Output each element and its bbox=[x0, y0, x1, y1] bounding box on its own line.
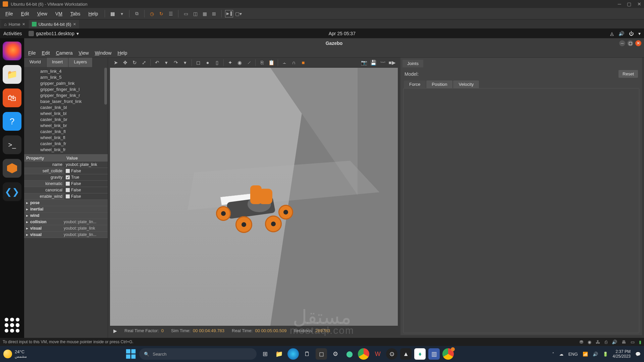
tree-item[interactable]: caster_link_br bbox=[31, 117, 108, 123]
taskbar-search[interactable]: 🔍 Search bbox=[139, 348, 257, 360]
tree-item[interactable]: caster_link_bl bbox=[31, 105, 108, 111]
app-icon[interactable]: W bbox=[372, 348, 383, 360]
reset-button[interactable]: Reset bbox=[619, 70, 638, 78]
topbar-datetime[interactable]: Apr 25 05:37 bbox=[329, 31, 356, 36]
taskbar-clock[interactable]: 2:37 PM 4/25/2023 bbox=[613, 349, 631, 359]
fullscreen-icon[interactable]: ▶▐ bbox=[225, 10, 233, 17]
dock-software[interactable]: 🛍 bbox=[3, 88, 21, 107]
tree-item[interactable]: caster_link_fl bbox=[31, 129, 108, 135]
tree-item[interactable]: wheel_link_bl bbox=[31, 111, 108, 117]
onedrive-icon[interactable]: ☁ bbox=[559, 352, 564, 357]
settings-icon[interactable]: ⚙ bbox=[330, 348, 341, 360]
network-icon[interactable]: ◬ bbox=[610, 31, 614, 36]
tab-velocity[interactable]: Velocity bbox=[453, 80, 479, 88]
screenshot-icon[interactable]: 📷 bbox=[360, 59, 368, 67]
tree-item-selected[interactable]: plate_link bbox=[31, 153, 108, 154]
menu-vm[interactable]: VM bbox=[52, 10, 66, 18]
dock-vscode[interactable]: ❮❯ bbox=[3, 182, 21, 201]
menu-help[interactable]: Help bbox=[85, 10, 101, 18]
tray-chevron-icon[interactable]: ˄ bbox=[552, 352, 554, 357]
undo-icon[interactable]: ↶ bbox=[153, 59, 161, 67]
layout-single-icon[interactable]: ▭ bbox=[182, 10, 190, 17]
paste-icon[interactable]: 📋 bbox=[267, 59, 276, 67]
snapshot-icon[interactable]: ⧉ bbox=[133, 10, 141, 17]
model-tree[interactable]: arm_link_4 arm_link_5 gripper_palm_link … bbox=[24, 67, 108, 154]
layout-split-icon[interactable]: ◫ bbox=[191, 10, 199, 17]
light-point-icon[interactable]: ✦ bbox=[226, 59, 234, 67]
menu-view[interactable]: View bbox=[34, 10, 51, 18]
usb-icon[interactable]: ⎙ bbox=[605, 340, 607, 345]
tab-vm-ubuntu[interactable]: Ubuntu 64-bit (6) × bbox=[29, 20, 79, 28]
minimize-icon[interactable]: ─ bbox=[618, 1, 621, 7]
clock-icon[interactable]: ◷ bbox=[148, 10, 156, 17]
prop-value[interactable]: False bbox=[64, 168, 108, 174]
prop-expandable[interactable]: ▸inertial bbox=[24, 206, 108, 213]
prop-expandable[interactable]: ▸collisionyoubot::plate_lin... bbox=[24, 219, 108, 225]
checkbox-icon[interactable] bbox=[66, 194, 70, 198]
sphere-shape-icon[interactable]: ● bbox=[203, 59, 212, 67]
app-icon[interactable]: ⬤ bbox=[344, 348, 355, 360]
cylinder-shape-icon[interactable]: ▯ bbox=[213, 59, 221, 67]
task-view-icon[interactable]: ⊞ bbox=[259, 348, 271, 360]
rotate-tool-icon[interactable]: ↻ bbox=[130, 59, 139, 67]
vmware-icon[interactable]: ▥ bbox=[428, 348, 440, 360]
prop-value[interactable]: ✔True bbox=[64, 174, 108, 180]
taskbar-weather[interactable]: 24°C مشمس bbox=[3, 349, 27, 359]
dock-help[interactable]: ? bbox=[3, 112, 21, 131]
app-icon[interactable]: ◻ bbox=[316, 348, 327, 360]
chrome-icon[interactable] bbox=[358, 348, 369, 360]
play-button[interactable]: ▶ bbox=[113, 328, 117, 334]
prop-expandable[interactable]: ▸visualyoubot::plate_lin... bbox=[24, 232, 108, 238]
app-icon[interactable]: ⊙ bbox=[386, 348, 397, 360]
copy-icon[interactable]: ⎘ bbox=[258, 59, 266, 67]
tree-item[interactable]: base_laser_front_link bbox=[31, 99, 108, 105]
power-icon[interactable]: ⏻ bbox=[629, 31, 634, 36]
close-icon[interactable]: ✕ bbox=[637, 1, 641, 7]
box-shape-icon[interactable]: ◻ bbox=[194, 59, 203, 67]
activities-button[interactable]: Activities bbox=[3, 31, 22, 36]
wifi-icon[interactable]: 📶 bbox=[583, 352, 588, 357]
volume-icon[interactable]: 🔊 bbox=[593, 352, 598, 357]
gz-menu-window[interactable]: Window bbox=[95, 50, 112, 56]
checkbox-icon[interactable] bbox=[66, 182, 70, 186]
dock-terminal[interactable]: >_ bbox=[3, 135, 21, 154]
topbar-app-indicator[interactable]: gazebo11.desktop ▾ bbox=[29, 31, 78, 36]
tree-scrollbar[interactable] bbox=[104, 68, 107, 105]
checkbox-icon[interactable] bbox=[66, 169, 70, 173]
tab-position[interactable]: Position bbox=[426, 80, 452, 88]
tree-item[interactable]: gripper_finger_link_r bbox=[31, 93, 108, 99]
tab-home[interactable]: ⌂ Home × bbox=[1, 20, 29, 28]
dock-files[interactable]: 📁 bbox=[3, 65, 21, 84]
chevron-down-icon[interactable]: ▾ bbox=[638, 31, 641, 36]
gz-menu-view[interactable]: View bbox=[79, 50, 89, 56]
light-directional-icon[interactable]: ⟋ bbox=[245, 59, 253, 67]
tree-item[interactable]: gripper_palm_link bbox=[31, 80, 108, 86]
redo-dropdown-icon[interactable]: ▾ bbox=[181, 59, 190, 67]
tree-item[interactable]: caster_link_fr bbox=[31, 141, 108, 147]
window-maximize-button[interactable]: ▢ bbox=[627, 40, 633, 46]
tab-layers[interactable]: Layers bbox=[68, 58, 93, 67]
vm-dropdown-icon[interactable]: ▾ bbox=[118, 10, 126, 17]
revert-icon[interactable]: ↻ bbox=[157, 10, 165, 17]
chrome-canary-icon[interactable] bbox=[442, 348, 454, 360]
battery-icon[interactable]: 🔋 bbox=[603, 352, 608, 357]
select-tool-icon[interactable]: ➤ bbox=[111, 59, 120, 67]
prop-value[interactable]: False bbox=[64, 181, 108, 187]
gazebo-3d-viewport[interactable] bbox=[110, 68, 398, 326]
align-icon[interactable]: ⫠ bbox=[280, 59, 289, 67]
prop-expandable[interactable]: ▸pose bbox=[24, 200, 108, 206]
prop-expandable[interactable]: ▸visualyoubot::plate_link bbox=[24, 225, 108, 232]
disk-icon[interactable]: ⛃ bbox=[580, 340, 583, 345]
notifications-icon[interactable]: 💬 bbox=[635, 352, 641, 357]
move-tool-icon[interactable]: ✥ bbox=[121, 59, 129, 67]
checkbox-icon[interactable] bbox=[66, 188, 70, 192]
window-minimize-button[interactable]: ─ bbox=[619, 40, 625, 46]
tab-insert[interactable]: Insert bbox=[47, 58, 69, 67]
start-button[interactable] bbox=[125, 348, 137, 360]
tab-force[interactable]: Force bbox=[404, 80, 426, 88]
maximize-icon[interactable]: ▢ bbox=[627, 1, 631, 7]
tree-item[interactable]: wheel_link_fr bbox=[31, 147, 108, 153]
app-icon[interactable]: ♦ bbox=[414, 348, 426, 360]
keyboard-lang[interactable]: ENG bbox=[568, 352, 578, 357]
gz-menu-camera[interactable]: Camera bbox=[56, 50, 73, 56]
